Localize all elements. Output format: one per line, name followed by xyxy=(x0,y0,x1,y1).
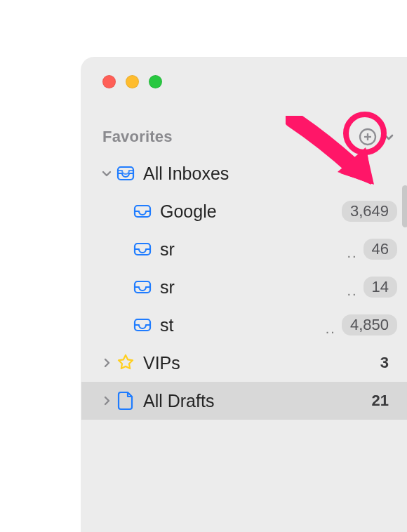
favorites-actions xyxy=(358,127,397,147)
unread-count-badge: 4,850 xyxy=(342,314,397,335)
inbox-icon xyxy=(132,239,153,260)
sidebar-item-all-inboxes[interactable]: All Inboxes xyxy=(81,154,407,192)
chevron-down-icon xyxy=(382,131,395,143)
truncation-indicator: .. xyxy=(347,283,357,306)
inbox-stack-icon xyxy=(115,163,136,184)
minimize-window-button[interactable] xyxy=(126,75,139,88)
zoom-window-button[interactable] xyxy=(149,75,162,88)
truncation-indicator: .. xyxy=(347,245,357,268)
collapse-favorites-button[interactable] xyxy=(380,128,397,145)
sidebar-item-label: VIPs xyxy=(143,353,372,373)
star-icon xyxy=(115,352,136,373)
inbox-icon xyxy=(132,277,153,298)
inbox-icon xyxy=(132,314,153,335)
sidebar-item-account-2[interactable]: sr .. 46 xyxy=(81,230,407,268)
sidebar-item-account-4[interactable]: st .. 4,850 xyxy=(81,306,407,344)
mail-sidebar-window: Favorites xyxy=(81,58,407,532)
count-badge: 21 xyxy=(363,390,397,411)
unread-count-badge: 3,649 xyxy=(342,201,397,222)
sidebar-item-account-3[interactable]: sr .. 14 xyxy=(81,268,407,306)
sidebar-item-label: All Drafts xyxy=(143,391,363,411)
unread-count-badge: 14 xyxy=(363,277,397,298)
sidebar-item-label: All Inboxes xyxy=(143,164,397,184)
chevron-right-icon xyxy=(101,395,112,406)
disclosure-toggle[interactable] xyxy=(98,395,115,406)
sidebar-item-all-drafts[interactable]: All Drafts 21 xyxy=(81,382,407,420)
favorites-section-header: Favorites xyxy=(81,125,407,149)
sidebar-item-label: Google xyxy=(160,201,342,222)
document-icon xyxy=(115,390,136,411)
favorites-title: Favorites xyxy=(102,128,173,146)
disclosure-toggle[interactable] xyxy=(98,357,115,368)
unread-count-badge: 46 xyxy=(363,239,397,260)
sidebar-item-label: sr xyxy=(160,239,344,260)
chevron-right-icon xyxy=(101,357,112,368)
sidebar-item-google[interactable]: Google 3,649 xyxy=(81,192,407,230)
count-badge: 3 xyxy=(372,352,397,373)
add-favorite-button[interactable] xyxy=(358,127,378,147)
chevron-down-icon xyxy=(101,168,112,179)
sidebar-item-label: sr xyxy=(160,277,344,298)
inbox-icon xyxy=(132,201,153,222)
sidebar-item-vips[interactable]: VIPs 3 xyxy=(81,344,407,382)
scrollbar-thumb[interactable] xyxy=(402,185,407,227)
truncation-indicator: .. xyxy=(326,321,336,344)
favorites-list: All Inboxes Google 3,649 sr .. 46 xyxy=(81,154,407,420)
plus-circle-icon xyxy=(359,128,377,146)
sidebar-item-label: st xyxy=(160,315,323,335)
close-window-button[interactable] xyxy=(102,75,116,88)
window-controls xyxy=(81,58,407,88)
disclosure-toggle[interactable] xyxy=(98,168,115,179)
